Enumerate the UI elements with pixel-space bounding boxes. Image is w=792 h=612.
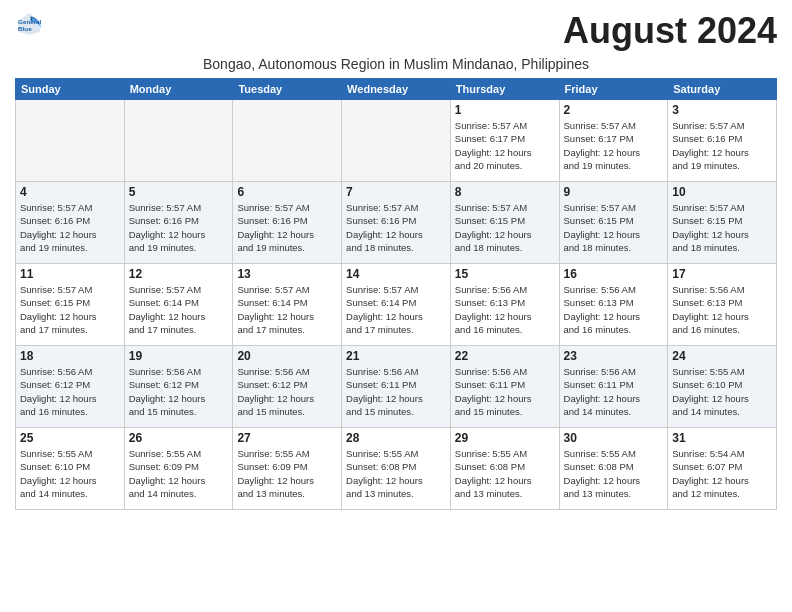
calendar-cell: 10Sunrise: 5:57 AM Sunset: 6:15 PM Dayli… <box>668 182 777 264</box>
day-info: Sunrise: 5:55 AM Sunset: 6:10 PM Dayligh… <box>20 447 120 500</box>
day-info: Sunrise: 5:57 AM Sunset: 6:17 PM Dayligh… <box>455 119 555 172</box>
calendar-cell: 3Sunrise: 5:57 AM Sunset: 6:16 PM Daylig… <box>668 100 777 182</box>
calendar-cell: 2Sunrise: 5:57 AM Sunset: 6:17 PM Daylig… <box>559 100 668 182</box>
weekday-header-thursday: Thursday <box>450 79 559 100</box>
day-info: Sunrise: 5:55 AM Sunset: 6:09 PM Dayligh… <box>237 447 337 500</box>
day-number: 29 <box>455 431 555 445</box>
calendar-cell: 21Sunrise: 5:56 AM Sunset: 6:11 PM Dayli… <box>342 346 451 428</box>
day-info: Sunrise: 5:57 AM Sunset: 6:16 PM Dayligh… <box>672 119 772 172</box>
day-number: 6 <box>237 185 337 199</box>
page-header: General Blue August 2024 <box>15 10 777 52</box>
day-info: Sunrise: 5:56 AM Sunset: 6:11 PM Dayligh… <box>346 365 446 418</box>
calendar-cell: 19Sunrise: 5:56 AM Sunset: 6:12 PM Dayli… <box>124 346 233 428</box>
day-number: 21 <box>346 349 446 363</box>
day-number: 5 <box>129 185 229 199</box>
day-number: 2 <box>564 103 664 117</box>
day-info: Sunrise: 5:57 AM Sunset: 6:14 PM Dayligh… <box>346 283 446 336</box>
calendar-week-row: 4Sunrise: 5:57 AM Sunset: 6:16 PM Daylig… <box>16 182 777 264</box>
day-info: Sunrise: 5:57 AM Sunset: 6:14 PM Dayligh… <box>129 283 229 336</box>
calendar-cell <box>342 100 451 182</box>
day-number: 25 <box>20 431 120 445</box>
day-info: Sunrise: 5:55 AM Sunset: 6:09 PM Dayligh… <box>129 447 229 500</box>
day-info: Sunrise: 5:55 AM Sunset: 6:08 PM Dayligh… <box>455 447 555 500</box>
day-number: 17 <box>672 267 772 281</box>
weekday-header-sunday: Sunday <box>16 79 125 100</box>
weekday-header-tuesday: Tuesday <box>233 79 342 100</box>
calendar-cell: 12Sunrise: 5:57 AM Sunset: 6:14 PM Dayli… <box>124 264 233 346</box>
day-info: Sunrise: 5:56 AM Sunset: 6:12 PM Dayligh… <box>20 365 120 418</box>
calendar-week-row: 18Sunrise: 5:56 AM Sunset: 6:12 PM Dayli… <box>16 346 777 428</box>
day-number: 9 <box>564 185 664 199</box>
day-info: Sunrise: 5:56 AM Sunset: 6:11 PM Dayligh… <box>564 365 664 418</box>
calendar-cell <box>233 100 342 182</box>
day-number: 20 <box>237 349 337 363</box>
calendar-cell: 5Sunrise: 5:57 AM Sunset: 6:16 PM Daylig… <box>124 182 233 264</box>
day-info: Sunrise: 5:57 AM Sunset: 6:15 PM Dayligh… <box>564 201 664 254</box>
calendar-week-row: 1Sunrise: 5:57 AM Sunset: 6:17 PM Daylig… <box>16 100 777 182</box>
calendar-cell: 23Sunrise: 5:56 AM Sunset: 6:11 PM Dayli… <box>559 346 668 428</box>
calendar-cell: 31Sunrise: 5:54 AM Sunset: 6:07 PM Dayli… <box>668 428 777 510</box>
calendar-cell <box>16 100 125 182</box>
calendar-table: SundayMondayTuesdayWednesdayThursdayFrid… <box>15 78 777 510</box>
general-blue-logo-icon: General Blue <box>15 10 43 38</box>
day-number: 1 <box>455 103 555 117</box>
day-number: 8 <box>455 185 555 199</box>
calendar-cell: 7Sunrise: 5:57 AM Sunset: 6:16 PM Daylig… <box>342 182 451 264</box>
day-number: 30 <box>564 431 664 445</box>
calendar-cell: 6Sunrise: 5:57 AM Sunset: 6:16 PM Daylig… <box>233 182 342 264</box>
day-info: Sunrise: 5:57 AM Sunset: 6:17 PM Dayligh… <box>564 119 664 172</box>
calendar-cell: 24Sunrise: 5:55 AM Sunset: 6:10 PM Dayli… <box>668 346 777 428</box>
day-info: Sunrise: 5:57 AM Sunset: 6:15 PM Dayligh… <box>455 201 555 254</box>
weekday-header-wednesday: Wednesday <box>342 79 451 100</box>
day-number: 13 <box>237 267 337 281</box>
calendar-cell: 27Sunrise: 5:55 AM Sunset: 6:09 PM Dayli… <box>233 428 342 510</box>
day-number: 12 <box>129 267 229 281</box>
day-info: Sunrise: 5:57 AM Sunset: 6:15 PM Dayligh… <box>20 283 120 336</box>
day-number: 3 <box>672 103 772 117</box>
day-info: Sunrise: 5:57 AM Sunset: 6:14 PM Dayligh… <box>237 283 337 336</box>
calendar-cell: 28Sunrise: 5:55 AM Sunset: 6:08 PM Dayli… <box>342 428 451 510</box>
weekday-header-row: SundayMondayTuesdayWednesdayThursdayFrid… <box>16 79 777 100</box>
day-number: 16 <box>564 267 664 281</box>
calendar-week-row: 11Sunrise: 5:57 AM Sunset: 6:15 PM Dayli… <box>16 264 777 346</box>
day-number: 19 <box>129 349 229 363</box>
day-number: 31 <box>672 431 772 445</box>
day-info: Sunrise: 5:57 AM Sunset: 6:16 PM Dayligh… <box>20 201 120 254</box>
weekday-header-monday: Monday <box>124 79 233 100</box>
weekday-header-friday: Friday <box>559 79 668 100</box>
calendar-cell <box>124 100 233 182</box>
day-info: Sunrise: 5:56 AM Sunset: 6:13 PM Dayligh… <box>564 283 664 336</box>
day-number: 7 <box>346 185 446 199</box>
calendar-cell: 15Sunrise: 5:56 AM Sunset: 6:13 PM Dayli… <box>450 264 559 346</box>
calendar-cell: 11Sunrise: 5:57 AM Sunset: 6:15 PM Dayli… <box>16 264 125 346</box>
day-info: Sunrise: 5:56 AM Sunset: 6:11 PM Dayligh… <box>455 365 555 418</box>
day-number: 22 <box>455 349 555 363</box>
day-info: Sunrise: 5:57 AM Sunset: 6:15 PM Dayligh… <box>672 201 772 254</box>
day-info: Sunrise: 5:56 AM Sunset: 6:12 PM Dayligh… <box>129 365 229 418</box>
day-number: 24 <box>672 349 772 363</box>
calendar-week-row: 25Sunrise: 5:55 AM Sunset: 6:10 PM Dayli… <box>16 428 777 510</box>
svg-text:General: General <box>18 18 41 25</box>
day-info: Sunrise: 5:57 AM Sunset: 6:16 PM Dayligh… <box>129 201 229 254</box>
day-info: Sunrise: 5:56 AM Sunset: 6:13 PM Dayligh… <box>672 283 772 336</box>
month-title: August 2024 <box>563 10 777 52</box>
day-info: Sunrise: 5:56 AM Sunset: 6:13 PM Dayligh… <box>455 283 555 336</box>
day-number: 15 <box>455 267 555 281</box>
calendar-cell: 18Sunrise: 5:56 AM Sunset: 6:12 PM Dayli… <box>16 346 125 428</box>
calendar-cell: 4Sunrise: 5:57 AM Sunset: 6:16 PM Daylig… <box>16 182 125 264</box>
day-number: 28 <box>346 431 446 445</box>
day-number: 26 <box>129 431 229 445</box>
weekday-header-saturday: Saturday <box>668 79 777 100</box>
day-info: Sunrise: 5:55 AM Sunset: 6:08 PM Dayligh… <box>564 447 664 500</box>
day-number: 11 <box>20 267 120 281</box>
calendar-cell: 17Sunrise: 5:56 AM Sunset: 6:13 PM Dayli… <box>668 264 777 346</box>
calendar-cell: 30Sunrise: 5:55 AM Sunset: 6:08 PM Dayli… <box>559 428 668 510</box>
day-number: 18 <box>20 349 120 363</box>
day-number: 23 <box>564 349 664 363</box>
calendar-cell: 8Sunrise: 5:57 AM Sunset: 6:15 PM Daylig… <box>450 182 559 264</box>
day-number: 10 <box>672 185 772 199</box>
calendar-cell: 9Sunrise: 5:57 AM Sunset: 6:15 PM Daylig… <box>559 182 668 264</box>
day-number: 14 <box>346 267 446 281</box>
calendar-cell: 1Sunrise: 5:57 AM Sunset: 6:17 PM Daylig… <box>450 100 559 182</box>
day-info: Sunrise: 5:55 AM Sunset: 6:08 PM Dayligh… <box>346 447 446 500</box>
